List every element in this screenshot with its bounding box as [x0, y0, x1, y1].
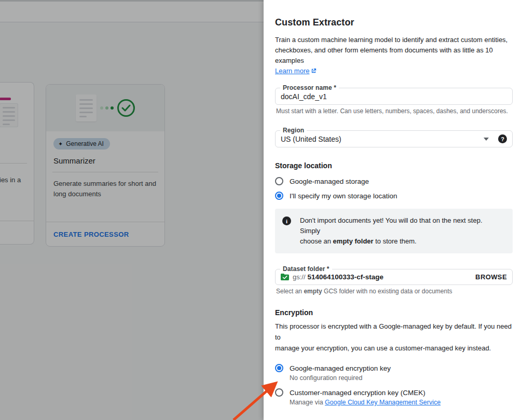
region-label: Region — [280, 127, 307, 134]
dataset-folder-field[interactable]: Dataset folder * gs:// 514064100333-cf-s… — [275, 269, 513, 285]
dataset-folder-value: 514064100333-cf-stage — [308, 273, 383, 281]
radio-icon — [275, 177, 283, 185]
browse-button[interactable]: BROWSE — [475, 273, 507, 281]
encryption-heading: Encryption — [275, 308, 513, 317]
processor-name-label: Processor name * — [280, 84, 339, 91]
radio-sublabel: No configuration required — [290, 374, 391, 382]
region-value: US (United States) — [281, 135, 341, 143]
kms-link[interactable]: Google Cloud Key Management Service — [325, 399, 441, 406]
info-icon: i — [282, 216, 291, 225]
panel-description: Train a custom machine learning model to… — [275, 35, 513, 66]
external-link-icon — [311, 68, 317, 74]
radio-own-storage-location[interactable]: I'll specify my own storage location — [275, 192, 513, 200]
processor-name-value: docAI_cde_v1 — [281, 92, 327, 101]
radio-google-managed-storage[interactable]: Google-managed storage — [275, 177, 513, 186]
radio-icon — [275, 388, 283, 397]
processor-name-helper: Must start with a letter. Can use letter… — [275, 107, 513, 115]
info-banner: i Don't import documents yet! You will d… — [275, 209, 513, 253]
info-banner-text: Don't import documents yet! You will do … — [300, 215, 504, 247]
dataset-folder-helper: Select an empty GCS folder with no exist… — [275, 288, 513, 295]
dataset-folder-label: Dataset folder * — [280, 265, 332, 273]
chevron-down-icon[interactable] — [484, 138, 489, 141]
custom-extractor-panel: Custom Extractor Train a custom machine … — [264, 0, 522, 420]
storage-location-heading: Storage location — [275, 161, 513, 170]
modal-scrim[interactable] — [0, 0, 264, 420]
encryption-description: This processor is encrypted with a Googl… — [275, 321, 513, 354]
processor-name-field[interactable]: Processor name * docAI_cde_v1 — [275, 88, 513, 105]
radio-sublabel: Manage via Google Cloud Key Management S… — [290, 399, 441, 406]
region-help-icon[interactable]: ? — [498, 134, 507, 143]
panel-title: Custom Extractor — [275, 17, 513, 28]
radio-cmek[interactable]: Customer-managed encryption key (CMEK) M… — [275, 388, 513, 406]
gs-scheme: gs:// — [293, 273, 306, 281]
learn-more-link[interactable]: Learn more — [275, 67, 317, 75]
region-select[interactable]: Region US (United States) ? — [275, 130, 513, 147]
radio-google-managed-key[interactable]: Google-managed encryption key No configu… — [275, 364, 513, 382]
folder-check-icon — [281, 274, 289, 280]
radio-icon-selected — [275, 364, 283, 372]
radio-icon-selected — [275, 192, 283, 200]
